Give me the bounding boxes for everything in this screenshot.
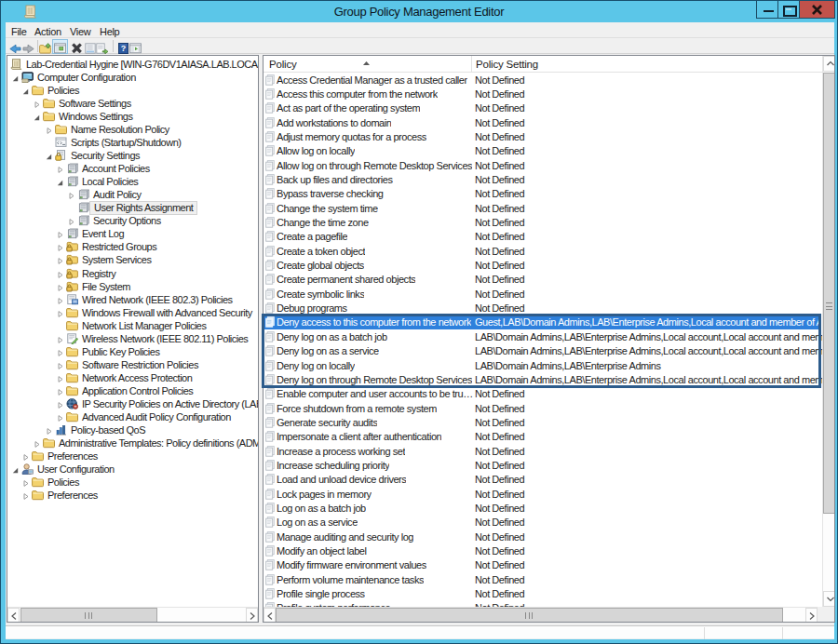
svg-text:?: ?: [121, 44, 127, 53]
